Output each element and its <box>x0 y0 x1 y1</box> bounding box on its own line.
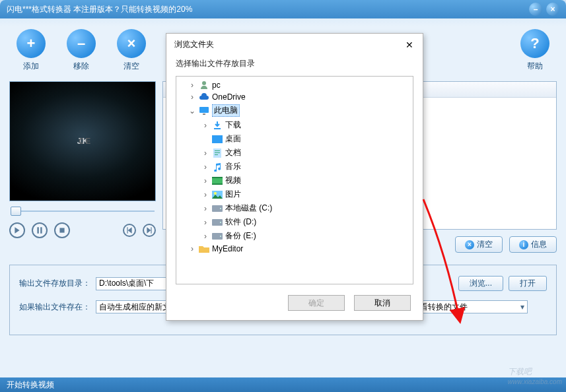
chevron-right-icon[interactable]: › <box>201 204 209 213</box>
tree-node[interactable]: ›OneDrive <box>188 91 413 103</box>
dialog-subtitle: 选择输出文件存放目录 <box>166 53 423 76</box>
browse-folder-dialog: 浏览文件夹 ✕ 选择输出文件存放目录 ›pc›OneDrive⌄此电脑›下载桌面… <box>166 33 423 321</box>
music-icon <box>212 162 223 172</box>
monitor-icon <box>199 106 209 115</box>
modal-backdrop: 浏览文件夹 ✕ 选择输出文件存放目录 ›pc›OneDrive⌄此电脑›下载桌面… <box>0 0 566 392</box>
chevron-right-icon[interactable]: › <box>188 92 196 102</box>
chevron-right-icon[interactable]: › <box>201 148 209 158</box>
svg-point-18 <box>220 222 221 223</box>
chevron-right-icon[interactable]: › <box>201 190 209 199</box>
folder-tree[interactable]: ›pc›OneDrive⌄此电脑›下载桌面›文档›音乐›视频›图片›本地磁盘 (… <box>176 76 413 284</box>
tree-node-label: 图片 <box>225 189 241 200</box>
tree-node[interactable]: ›软件 (D:) <box>188 215 413 229</box>
chevron-right-icon[interactable]: › <box>201 176 209 185</box>
svg-rect-7 <box>215 150 220 151</box>
tree-node-label: 视频 <box>225 175 241 186</box>
tree-node-label: 音乐 <box>225 161 241 172</box>
tree-node-label: MyEditor <box>212 244 243 253</box>
svg-rect-3 <box>203 114 205 115</box>
desktop-icon <box>212 135 223 144</box>
chevron-right-icon[interactable]: › <box>201 121 209 130</box>
tree-node[interactable]: ›pc <box>188 79 413 91</box>
chevron-right-icon[interactable]: › <box>201 232 209 241</box>
cancel-button[interactable]: 取消 <box>354 295 411 311</box>
ok-button[interactable]: 确定 <box>288 295 345 311</box>
chevron-down-icon[interactable]: ⌄ <box>188 106 196 115</box>
svg-rect-5 <box>212 135 223 143</box>
svg-rect-4 <box>214 128 221 129</box>
tree-node-label: 桌面 <box>225 133 241 145</box>
tree-node-label: 本地磁盘 (C:) <box>225 203 272 214</box>
folder-icon <box>199 244 209 253</box>
tree-node[interactable]: ›下载 <box>188 118 413 132</box>
svg-point-20 <box>220 236 221 237</box>
svg-rect-11 <box>212 177 223 178</box>
tree-node-label: 备份 (E:) <box>225 230 256 242</box>
tree-node[interactable]: ›图片 <box>188 187 413 201</box>
tree-node[interactable]: 桌面 <box>188 132 413 146</box>
tree-node[interactable]: ›MyEditor <box>188 243 413 255</box>
image-icon <box>212 190 223 199</box>
dialog-close-button[interactable]: ✕ <box>403 40 416 50</box>
svg-rect-12 <box>212 183 223 185</box>
tree-node-label: pc <box>212 81 221 90</box>
tree-node-label: 此电脑 <box>212 104 240 117</box>
drive-icon <box>212 204 223 213</box>
chevron-right-icon[interactable]: › <box>201 218 209 227</box>
tree-node[interactable]: ›本地磁盘 (C:) <box>188 201 413 215</box>
svg-point-14 <box>214 192 217 195</box>
tree-node[interactable]: ›备份 (E:) <box>188 229 413 243</box>
svg-point-16 <box>220 208 221 209</box>
tree-node[interactable]: ⌄此电脑 <box>188 103 413 118</box>
chevron-right-icon[interactable]: › <box>188 244 196 253</box>
person-icon <box>199 81 209 90</box>
tree-node-label: 文档 <box>225 147 241 158</box>
drive-icon <box>212 218 223 227</box>
svg-rect-9 <box>215 154 218 155</box>
cloud-icon <box>199 92 209 102</box>
dialog-title: 浏览文件夹 <box>174 39 214 50</box>
video-icon <box>212 176 223 185</box>
drive-icon <box>212 232 223 241</box>
doc-icon <box>212 148 223 158</box>
tree-node[interactable]: ›音乐 <box>188 160 413 174</box>
tree-node[interactable]: ›视频 <box>188 174 413 187</box>
tree-node-label: 软件 (D:) <box>225 216 256 228</box>
svg-rect-8 <box>215 152 220 153</box>
svg-point-1 <box>202 81 206 85</box>
svg-rect-2 <box>199 107 209 113</box>
download-icon <box>212 121 223 130</box>
chevron-right-icon[interactable]: › <box>188 81 196 90</box>
tree-node-label: 下载 <box>225 119 241 131</box>
chevron-right-icon[interactable]: › <box>201 162 209 172</box>
tree-node-label: OneDrive <box>212 92 246 102</box>
tree-node[interactable]: ›文档 <box>188 146 413 160</box>
